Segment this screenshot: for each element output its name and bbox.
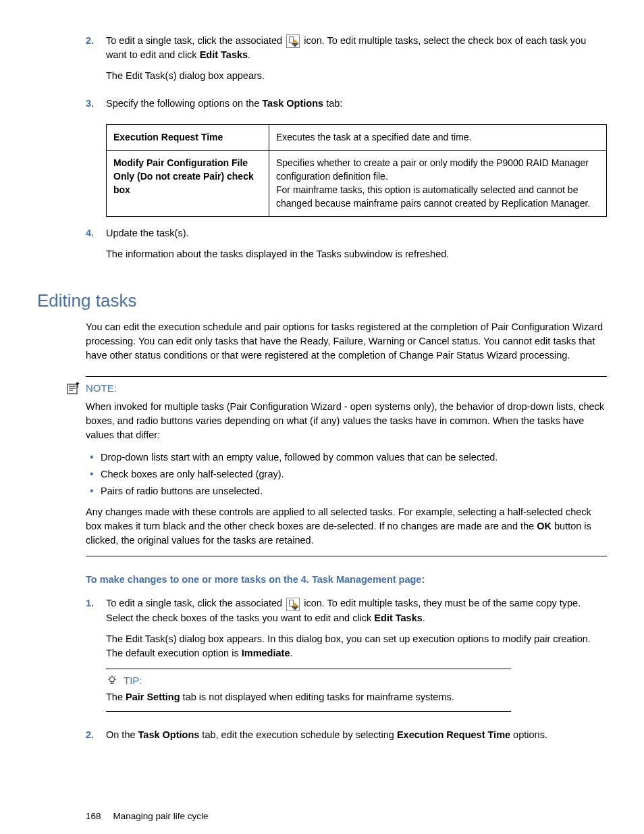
edit-icon xyxy=(286,598,300,611)
lightbulb-icon xyxy=(106,675,118,685)
step-marker: 3. xyxy=(86,97,106,118)
step-marker: 2. xyxy=(86,728,106,749)
intro-paragraph: You can edit the execution schedule and … xyxy=(86,320,607,363)
note-para-2: Any changes made with these controls are… xyxy=(86,505,607,548)
option-name: Modify Pair Configuration File Only (Do … xyxy=(107,150,269,216)
page-number: 168 xyxy=(86,810,101,823)
step-1: 1. To edit a single task, click the asso… xyxy=(86,596,607,721)
step-text: Specify the following options on the Tas… xyxy=(106,97,607,111)
step-3: 3. Specify the following options on the … xyxy=(86,97,607,118)
note-para-1: When invoked for multiple tasks (Pair Co… xyxy=(86,400,607,442)
option-name: Execution Request Time xyxy=(107,125,269,150)
procedure-heading: To make changes to one or more tasks on … xyxy=(86,573,607,587)
step-followup: The Edit Task(s) dialog box appears. In … xyxy=(106,632,607,660)
tip-text: The Pair Setting tab is not displayed wh… xyxy=(106,690,607,704)
tip-rule-top xyxy=(106,669,511,669)
step-2: 2. To edit a single task, click the asso… xyxy=(86,34,607,90)
options-table: Execution Request Time Executes the task… xyxy=(106,124,607,216)
table-row: Execution Request Time Executes the task… xyxy=(107,125,607,150)
table-row: Modify Pair Configuration File Only (Do … xyxy=(107,150,607,216)
svg-point-1 xyxy=(109,677,114,682)
note-block: NOTE: When invoked for multiple tasks (P… xyxy=(86,376,607,556)
bullet-item: Check boxes are only half-selected (gray… xyxy=(86,467,607,481)
note-bullets: Drop-down lists start with an empty valu… xyxy=(86,450,607,498)
bullet-item: Pairs of radio buttons are unselected. xyxy=(86,484,607,498)
option-desc: Executes the task at a specified date an… xyxy=(269,125,607,150)
bullet-item: Drop-down lists start with an empty valu… xyxy=(86,450,607,465)
tip-block: TIP: The Pair Setting tab is not display… xyxy=(106,669,607,712)
ordered-steps-top: 2. To edit a single task, click the asso… xyxy=(86,34,607,268)
option-desc: Specifies whether to create a pair or on… xyxy=(269,150,607,216)
note-rule-bottom xyxy=(86,556,607,556)
note-icon xyxy=(67,382,80,394)
step-text: On the Task Options tab, edit the execut… xyxy=(106,728,607,742)
step-text: Update the task(s). xyxy=(106,226,607,240)
step-marker: 4. xyxy=(86,226,106,268)
step-marker: 2. xyxy=(86,34,106,90)
step-followup: The information about the tasks displaye… xyxy=(106,247,607,261)
note-rule-top xyxy=(86,376,607,377)
step-text: To edit a single task, click the associa… xyxy=(106,34,607,62)
step-text: To edit a single task, click the associa… xyxy=(106,596,607,625)
section-heading: Editing tasks xyxy=(37,288,607,314)
svg-rect-0 xyxy=(68,384,77,394)
page-footer: 168 Managing pair life cycle xyxy=(86,810,607,823)
edit-icon xyxy=(286,34,300,48)
tip-rule-bottom xyxy=(106,711,511,712)
tip-label: TIP: xyxy=(124,673,142,688)
ordered-steps-bottom: 1. To edit a single task, click the asso… xyxy=(86,596,607,749)
step-2b: 2. On the Task Options tab, edit the exe… xyxy=(86,728,607,749)
step-4: 4. Update the task(s). The information a… xyxy=(86,226,607,268)
step-followup: The Edit Task(s) dialog box appears. xyxy=(106,69,607,83)
note-label: NOTE: xyxy=(86,381,117,396)
footer-title: Managing pair life cycle xyxy=(113,810,209,823)
step-marker: 1. xyxy=(86,596,106,721)
svg-rect-2 xyxy=(111,682,113,684)
